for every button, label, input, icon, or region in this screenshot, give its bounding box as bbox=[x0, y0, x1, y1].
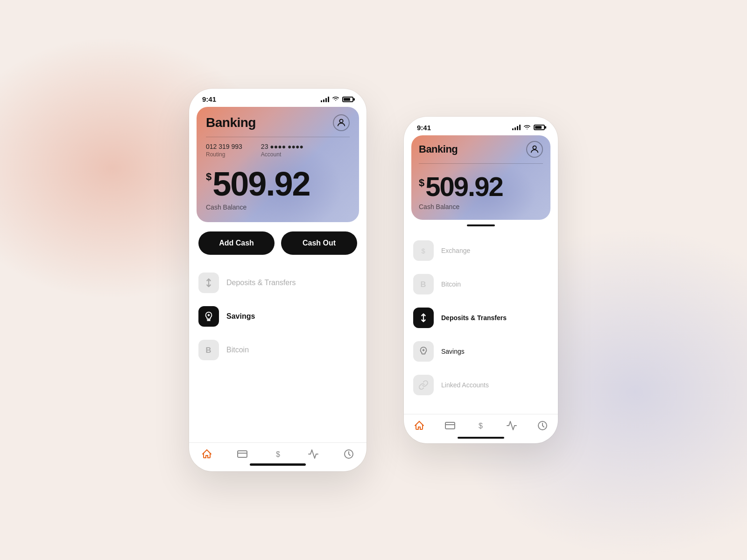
balance-number-small: 509.92 bbox=[425, 173, 502, 200]
status-time-large: 9:41 bbox=[202, 95, 216, 103]
savings-icon-small bbox=[413, 341, 434, 362]
currency-symbol-small: $ bbox=[419, 177, 424, 189]
menu-section-small: $ Exchange B Bitcoin bbox=[404, 234, 558, 414]
list-item[interactable]: B Bitcoin bbox=[197, 333, 359, 367]
tab-bar-small: $ bbox=[404, 414, 558, 435]
tab-activity-small[interactable] bbox=[506, 420, 517, 431]
status-icons-small bbox=[512, 123, 545, 132]
savings-label-large: Savings bbox=[226, 312, 255, 321]
cash-out-button[interactable]: Cash Out bbox=[281, 231, 357, 255]
add-cash-button[interactable]: Add Cash bbox=[198, 231, 275, 255]
header-divider bbox=[206, 137, 350, 137]
status-icons-large bbox=[321, 96, 353, 103]
balance-section-small: $ 509.92 Cash Balance bbox=[419, 173, 543, 210]
bitcoin-icon-large: B bbox=[198, 340, 219, 360]
tab-home-small[interactable] bbox=[414, 420, 425, 431]
tab-clock-large[interactable] bbox=[343, 448, 354, 460]
list-item[interactable]: B Bitcoin bbox=[411, 267, 550, 301]
header-card-small: Banking $ 509.92 Cash Balance bbox=[411, 135, 550, 220]
balance-label-large: Cash Balance bbox=[206, 203, 350, 211]
linked-icon-small bbox=[413, 375, 434, 395]
bitcoin-label-large: Bitcoin bbox=[226, 346, 249, 354]
list-item[interactable]: Linked Accounts bbox=[411, 368, 550, 402]
svg-point-10 bbox=[533, 146, 536, 149]
tab-card-small[interactable] bbox=[444, 420, 456, 431]
deposits-label-large: Deposits & Transfers bbox=[226, 279, 296, 287]
status-time-small: 9:41 bbox=[417, 124, 431, 132]
linked-label-small: Linked Accounts bbox=[441, 381, 489, 389]
deposits-icon-small bbox=[413, 308, 434, 328]
tab-dollar-large[interactable]: $ bbox=[272, 448, 283, 460]
battery-icon bbox=[342, 97, 353, 102]
banking-title-small: Banking bbox=[419, 143, 458, 155]
profile-button-large[interactable] bbox=[333, 114, 350, 131]
svg-text:B: B bbox=[206, 346, 211, 354]
wifi-icon-small bbox=[523, 123, 531, 132]
balance-label-small: Cash Balance bbox=[419, 203, 543, 210]
signal-icon-small bbox=[512, 125, 521, 130]
routing-label: Routing bbox=[206, 151, 242, 158]
list-item[interactable]: Deposits & Transfers bbox=[411, 301, 550, 335]
deposits-icon-large bbox=[198, 273, 219, 293]
list-item[interactable]: Deposits & Transfers bbox=[197, 266, 359, 300]
balance-number-large: 509.92 bbox=[212, 167, 310, 201]
status-bar-small: 9:41 bbox=[404, 117, 558, 135]
tab-activity-large[interactable] bbox=[308, 448, 319, 460]
svg-text:$: $ bbox=[479, 422, 483, 430]
tab-card-large[interactable] bbox=[237, 448, 248, 460]
home-indicator-large bbox=[250, 463, 306, 466]
svg-rect-15 bbox=[445, 422, 455, 429]
list-item[interactable]: Savings bbox=[197, 300, 359, 333]
phone-small: 9:41 bbox=[404, 117, 558, 443]
exchange-icon-small: $ bbox=[413, 240, 434, 261]
notch bbox=[247, 89, 308, 102]
home-indicator-small bbox=[458, 437, 504, 439]
profile-button-small[interactable] bbox=[526, 141, 543, 158]
banking-title-large: Banking bbox=[206, 115, 256, 130]
list-item[interactable]: $ Exchange bbox=[411, 234, 550, 267]
savings-icon-large bbox=[198, 306, 219, 327]
svg-text:$: $ bbox=[276, 450, 280, 458]
wifi-icon bbox=[332, 96, 339, 103]
svg-text:B: B bbox=[421, 280, 426, 288]
exchange-label-small: Exchange bbox=[441, 247, 470, 254]
account-number: 23 ●●●● ●●●● bbox=[261, 143, 303, 150]
account-label: Account bbox=[261, 151, 303, 158]
menu-section-large: Deposits & Transfers Savings bbox=[189, 266, 366, 442]
svg-text:$: $ bbox=[421, 247, 425, 255]
routing-number: 012 319 993 bbox=[206, 143, 242, 150]
svg-point-0 bbox=[339, 119, 343, 123]
balance-section-large: $ 509.92 Cash Balance bbox=[206, 167, 350, 211]
currency-symbol-large: $ bbox=[206, 171, 211, 183]
tab-home-large[interactable] bbox=[201, 448, 212, 460]
svg-rect-6 bbox=[238, 451, 247, 457]
bitcoin-label-small: Bitcoin bbox=[441, 280, 461, 288]
tab-clock-small[interactable] bbox=[537, 420, 548, 431]
swipe-indicator bbox=[467, 224, 495, 226]
signal-icon bbox=[321, 97, 329, 102]
tab-dollar-small[interactable]: $ bbox=[475, 420, 486, 431]
header-card-large: Banking 012 319 993 Routing bbox=[197, 107, 359, 222]
action-buttons: Add Cash Cash Out bbox=[189, 222, 366, 266]
savings-label-small: Savings bbox=[441, 348, 465, 355]
account-info: 012 319 993 Routing 23 ●●●● ●●●● Account bbox=[206, 143, 350, 158]
tab-bar-large: $ bbox=[189, 442, 366, 463]
bitcoin-icon-small: B bbox=[413, 274, 434, 294]
deposits-label-small: Deposits & Transfers bbox=[441, 314, 507, 322]
phone-large: 9:41 bbox=[189, 89, 366, 471]
list-item[interactable]: Savings bbox=[411, 335, 550, 368]
header-divider-small bbox=[419, 163, 543, 164]
battery-icon-small bbox=[534, 125, 545, 130]
